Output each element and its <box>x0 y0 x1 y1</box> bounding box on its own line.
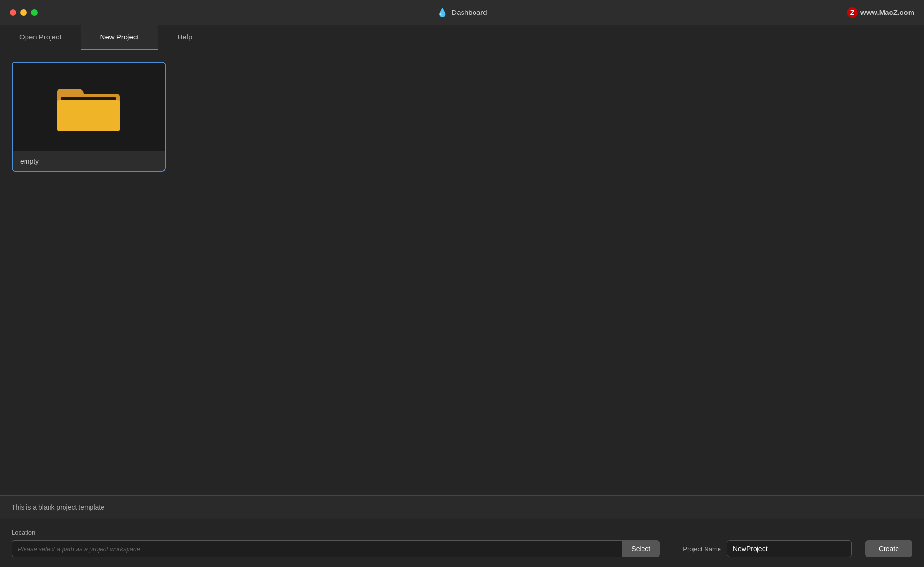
tab-bar: Open Project New Project Help <box>0 25 924 50</box>
app-title: 💧 Dashboard <box>437 7 487 18</box>
template-grid: empty <box>12 62 912 172</box>
project-name-label: Project Name <box>683 545 721 553</box>
bottom-form: Location Select Project Name Create <box>0 519 924 567</box>
main-content: empty <box>0 50 924 495</box>
description-text: This is a blank project template <box>12 504 104 511</box>
watermark-text: www.MacZ.com <box>860 8 914 16</box>
app-title-text: Dashboard <box>451 8 487 16</box>
maximize-button[interactable] <box>31 9 38 16</box>
location-input[interactable] <box>12 540 622 557</box>
form-row: Select Project Name Create <box>12 540 912 557</box>
project-name-section: Project Name Create <box>683 540 912 557</box>
template-card-label: empty <box>13 151 165 171</box>
title-bar: 💧 Dashboard Z www.MacZ.com <box>0 0 924 25</box>
watermark-icon: Z <box>847 7 858 18</box>
tab-open-project[interactable]: Open Project <box>0 25 81 50</box>
folder-icon <box>57 83 120 131</box>
location-label: Location <box>12 529 912 536</box>
app-icon: 💧 <box>437 7 448 18</box>
select-button[interactable]: Select <box>622 540 660 557</box>
location-section: Select <box>12 540 660 557</box>
window-controls <box>10 9 38 16</box>
minimize-button[interactable] <box>20 9 27 16</box>
close-button[interactable] <box>10 9 16 16</box>
watermark: Z www.MacZ.com <box>847 7 914 18</box>
template-card-empty[interactable]: empty <box>12 62 166 172</box>
create-button[interactable]: Create <box>865 540 912 557</box>
template-card-preview <box>13 63 165 151</box>
folder-front <box>57 100 120 131</box>
tab-help[interactable]: Help <box>158 25 211 50</box>
project-name-input[interactable] <box>727 540 852 557</box>
description-bar: This is a blank project template <box>0 495 924 519</box>
tab-new-project[interactable]: New Project <box>81 25 158 50</box>
